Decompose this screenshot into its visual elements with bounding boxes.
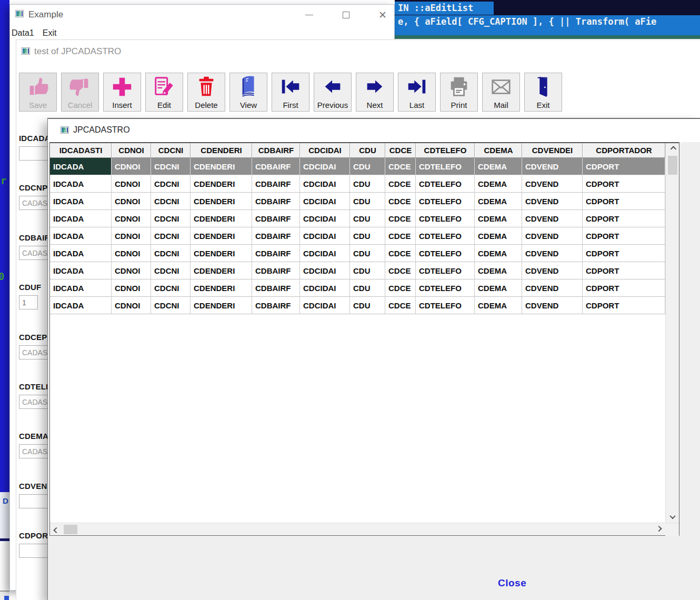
thumb-up-icon xyxy=(26,75,50,99)
mail-button[interactable]: Mail xyxy=(482,73,520,112)
column-header-idcadasti[interactable]: IDCADASTI xyxy=(50,143,112,157)
arrow-first-icon xyxy=(278,75,303,99)
grid-cell: CDEMA xyxy=(475,297,522,314)
vertical-scrollbar[interactable] xyxy=(665,143,679,523)
grid-cell: CDTELEFO xyxy=(416,193,475,210)
test-titlebar[interactable]: test of JPCADASTRO xyxy=(16,40,700,64)
grid-cell: CDENDERI xyxy=(191,193,252,210)
grid-cell: IDCADA xyxy=(50,227,112,245)
exit-button[interactable]: Exit xyxy=(524,73,562,112)
background-accent xyxy=(4,596,9,600)
printer-icon xyxy=(447,75,471,99)
grid-cell: CDBAIRF xyxy=(252,279,300,297)
toolbar-button-label: Mail xyxy=(494,101,508,109)
maximize-button[interactable] xyxy=(336,7,356,23)
edit-button[interactable]: Edit xyxy=(145,73,183,112)
grid-cell: IDCADA xyxy=(50,245,112,262)
table-row[interactable]: IDCADACDNOICDCNICDENDERICDBAIRFCDCIDAICD… xyxy=(50,227,665,245)
grid-cell: CDVEND xyxy=(522,297,583,314)
horizontal-scrollbar-thumb[interactable] xyxy=(64,525,77,534)
menu-item-exit[interactable]: Exit xyxy=(42,26,64,40)
table-row[interactable]: IDCADACDNOICDCNICDENDERICDBAIRFCDCIDAICD… xyxy=(50,245,665,262)
dialog-titlebar[interactable]: JPCADASTRO xyxy=(48,119,700,142)
example-titlebar[interactable]: Example ✕ xyxy=(10,5,394,25)
scroll-left-button[interactable] xyxy=(50,523,63,536)
column-header-cdnoi[interactable]: CDNOI xyxy=(112,143,151,157)
arrow-last-icon xyxy=(405,75,429,99)
column-header-cdema[interactable]: CDEMA xyxy=(475,143,522,157)
column-header-cdu[interactable]: CDU xyxy=(350,143,385,157)
scroll-down-button[interactable] xyxy=(666,511,679,523)
table-row[interactable]: IDCADACDNOICDCNICDENDERICDBAIRFCDCIDAICD… xyxy=(50,279,665,297)
grid-cell: CDNOI xyxy=(112,297,151,314)
close-button[interactable]: Close xyxy=(498,576,536,591)
code-line: IN ::aEditList xyxy=(395,2,494,15)
view-button[interactable]: View xyxy=(229,73,267,112)
column-header-cdtelefo[interactable]: CDTELEFO xyxy=(416,143,475,157)
grid-cell: CDPORT xyxy=(583,193,665,210)
table-row[interactable]: IDCADACDNOICDCNICDENDERICDBAIRFCDCIDAICD… xyxy=(50,210,665,227)
grid-cell: CDCNI xyxy=(151,297,191,314)
column-header-cdcidai[interactable]: CDCIDAI xyxy=(300,143,350,157)
code-line-selection xyxy=(395,28,700,35)
grid-cell: CDNOI xyxy=(112,210,151,227)
previous-button[interactable]: Previous xyxy=(314,73,352,112)
grid-cell: CDCE xyxy=(385,175,416,193)
table-row[interactable]: IDCADACDNOICDCNICDENDERICDBAIRFCDCIDAICD… xyxy=(50,175,665,193)
grid-cell: CDNOI xyxy=(112,279,151,297)
door-icon xyxy=(531,75,555,99)
close-window-button[interactable]: ✕ xyxy=(373,7,393,23)
column-header-cdbairf[interactable]: CDBAIRF xyxy=(252,143,300,157)
grid-cell: CDVEND xyxy=(522,245,583,262)
grid-cell: CDBAIRF xyxy=(252,227,300,245)
save-button[interactable]: Save xyxy=(19,73,57,112)
chevron-down-icon xyxy=(669,513,675,519)
scroll-right-button[interactable] xyxy=(653,523,665,536)
horizontal-scrollbar[interactable] xyxy=(50,523,679,535)
data-grid: IDCADASTICDNOICDCNICDENDERICDBAIRFCDCIDA… xyxy=(49,142,679,536)
cancel-button[interactable]: Cancel xyxy=(61,73,99,112)
table-row[interactable]: IDCADACDNOICDCNICDENDERICDBAIRFCDCIDAICD… xyxy=(50,193,665,210)
grid-cell: CDCIDAI xyxy=(300,279,350,297)
toolbar-button-label: Delete xyxy=(195,101,217,109)
grid-cell: CDEMA xyxy=(475,279,522,297)
grid-cell: CDCIDAI xyxy=(300,193,350,210)
first-button[interactable]: First xyxy=(272,73,309,112)
grid-cell: CDEMA xyxy=(475,175,522,193)
code-line: e, { aField[ CFG_CAPTION ], { || Transfo… xyxy=(395,15,700,28)
cduf-field[interactable] xyxy=(19,295,38,309)
vertical-scrollbar-thumb[interactable] xyxy=(668,156,677,175)
grid-cell: CDCE xyxy=(385,227,416,245)
scroll-up-button[interactable] xyxy=(666,143,679,155)
toolbar-button-label: Previous xyxy=(317,101,348,109)
grid-cell: CDTELEFO xyxy=(416,245,475,262)
minimize-button[interactable] xyxy=(299,7,319,23)
grid-cell: CDCE xyxy=(385,245,416,262)
chevron-left-icon xyxy=(53,527,59,533)
last-button[interactable]: Last xyxy=(398,73,436,112)
print-button[interactable]: Print xyxy=(440,73,478,112)
column-header-cdvendei[interactable]: CDVENDEI xyxy=(522,143,583,157)
column-header-cdenderi[interactable]: CDENDERI xyxy=(191,143,252,157)
grid-cell: CDNOI xyxy=(112,193,151,210)
grid-cell: CDEMA xyxy=(475,158,522,175)
table-row-selected[interactable]: IDCADACDNOICDCNICDENDERICDBAIRFCDCIDAICD… xyxy=(50,158,665,175)
envelope-icon xyxy=(489,75,513,99)
grid-cell: CDTELEFO xyxy=(416,297,475,314)
insert-button[interactable]: Insert xyxy=(103,73,141,112)
column-header-cdce[interactable]: CDCE xyxy=(385,143,416,157)
grid-cell: CDU xyxy=(350,193,385,210)
column-header-cdportador[interactable]: CDPORTADOR xyxy=(583,143,665,157)
table-row[interactable]: IDCADACDNOICDCNICDENDERICDBAIRFCDCIDAICD… xyxy=(50,262,665,279)
delete-button[interactable]: Delete xyxy=(187,73,225,112)
grid-cell: CDCE xyxy=(385,210,416,227)
table-row[interactable]: IDCADACDNOICDCNICDENDERICDBAIRFCDCIDAICD… xyxy=(50,297,665,314)
grid-cell: CDVEND xyxy=(522,158,583,175)
menu-item-data1[interactable]: Data1 xyxy=(11,26,42,40)
next-button[interactable]: Next xyxy=(356,73,394,112)
grid-cell: CDCIDAI xyxy=(300,227,350,245)
grid-cell: CDENDERI xyxy=(191,158,252,175)
column-header-cdcni[interactable]: CDCNI xyxy=(151,143,191,157)
grid-cell: CDEMA xyxy=(475,193,522,210)
grid-cell: IDCADA xyxy=(50,158,112,175)
